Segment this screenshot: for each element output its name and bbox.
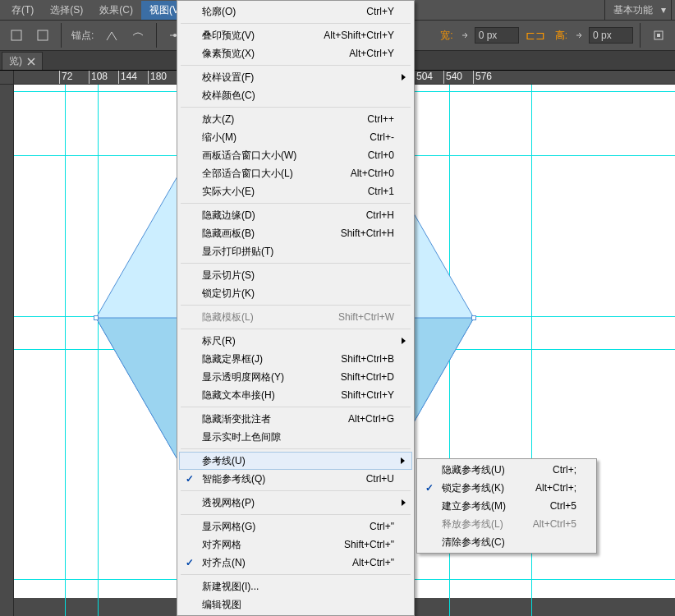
view-menu-item-16[interactable]: 显示打印拼贴(T): [179, 242, 412, 260]
anchor-label: 锚点:: [68, 29, 97, 43]
view-menu-item-0[interactable]: 轮廓(O)Ctrl+Y: [179, 2, 412, 21]
height-input[interactable]: [589, 27, 633, 44]
guides-submenu-item-2[interactable]: 建立参考线(M)Ctrl+5: [419, 497, 595, 515]
check-icon: ✓: [186, 557, 194, 568]
menu-item-label: 隐藏画板(B): [202, 227, 321, 241]
view-menu-item-12[interactable]: 实际大小(E)Ctrl+1: [179, 182, 412, 200]
menu-item-label: 像素预览(X): [202, 47, 329, 61]
menu-item-label: 隐藏模板(L): [202, 310, 319, 324]
document-tab[interactable]: 览): [2, 52, 43, 70]
menu-item-label: 新建视图(I)...: [202, 580, 394, 594]
view-menu-item-41[interactable]: 编辑视图: [179, 595, 412, 614]
view-menu-item-18[interactable]: 显示切片(S): [179, 266, 412, 284]
guides-submenu-item-1[interactable]: ✓锁定参考线(K)Alt+Ctrl+;: [419, 479, 595, 497]
menu-item-shortcut: Alt+Shift+Ctrl+Y: [324, 30, 394, 41]
tool-icon-1[interactable]: [5, 25, 28, 46]
menu-item-shortcut: Shift+Ctrl+Y: [341, 389, 394, 401]
svg-rect-5: [657, 34, 660, 37]
isolate-icon[interactable]: [647, 25, 670, 46]
menu-item-shortcut: Alt+Ctrl+;: [535, 482, 576, 494]
menu-item-label: 隐藏边缘(D): [202, 209, 347, 223]
ruler-corner[interactable]: [0, 71, 14, 85]
svg-rect-0: [11, 30, 21, 40]
view-menu-item-10[interactable]: 画板适合窗口大小(W)Ctrl+0: [179, 146, 412, 164]
view-menu-separator: [181, 107, 411, 108]
guides-submenu-item-4[interactable]: 清除参考线(C): [419, 533, 595, 551]
menu-item-label: 校样设置(F): [202, 71, 394, 85]
menu-file[interactable]: 存(T): [3, 1, 42, 20]
view-menu-item-36[interactable]: 显示网格(G)Ctrl+": [179, 517, 412, 536]
view-menu: 轮廓(O)Ctrl+Y叠印预览(V)Alt+Shift+Ctrl+Y像素预览(X…: [177, 0, 415, 616]
view-menu-separator: [181, 23, 411, 24]
dropdown-icon[interactable]: ▾: [661, 4, 666, 16]
anchor-point[interactable]: [94, 315, 99, 320]
anchor-point[interactable]: [471, 315, 476, 320]
view-menu-item-29[interactable]: 显示实时上色间隙: [179, 428, 412, 446]
height-label: 高:: [552, 29, 571, 43]
view-menu-item-9[interactable]: 缩小(M)Ctrl+-: [179, 128, 412, 146]
link-dimensions-icon[interactable]: ⊏⊐: [522, 29, 549, 42]
ruler-tick: 72: [59, 71, 72, 85]
menu-item-shortcut: Ctrl+H: [366, 209, 394, 221]
submenu-arrow-icon: [402, 74, 406, 80]
check-icon: ✓: [425, 482, 434, 494]
view-menu-separator: [181, 329, 411, 329]
check-icon: ✓: [186, 473, 194, 485]
view-menu-item-26[interactable]: 隐藏文本串接(H)Shift+Ctrl+Y: [179, 386, 412, 404]
view-menu-item-19[interactable]: 锁定切片(K): [179, 284, 412, 302]
close-icon[interactable]: [27, 57, 35, 66]
view-menu-item-5[interactable]: 校样设置(F): [179, 68, 412, 86]
view-menu-item-38[interactable]: ✓对齐点(N)Alt+Ctrl+": [179, 554, 412, 572]
link-arrow-icon[interactable]: [460, 25, 471, 46]
view-menu-separator: [181, 203, 411, 204]
menu-item-shortcut: Alt+Ctrl+": [352, 557, 394, 568]
width-input[interactable]: [475, 27, 519, 44]
link-arrow-icon-2[interactable]: [574, 25, 585, 46]
menu-item-label: 校样颜色(C): [202, 89, 394, 103]
view-menu-item-2[interactable]: 叠印预览(V)Alt+Shift+Ctrl+Y: [179, 26, 412, 44]
menu-select[interactable]: 选择(S): [42, 1, 91, 20]
menu-item-shortcut: Ctrl+0: [368, 149, 394, 161]
view-menu-item-11[interactable]: 全部适合窗口大小(L)Alt+Ctrl+0: [179, 164, 412, 182]
convert-anchor-icon[interactable]: [100, 25, 123, 46]
view-menu-item-34[interactable]: 透视网格(P): [179, 494, 412, 512]
view-menu-item-3[interactable]: 像素预览(X)Alt+Ctrl+Y: [179, 44, 412, 62]
ruler-vertical[interactable]: [0, 85, 14, 616]
menu-item-label: 智能参考线(Q): [202, 472, 347, 486]
menu-item-label: 显示透明度网格(Y): [202, 370, 321, 384]
view-menu-item-25[interactable]: 显示透明度网格(Y)Shift+Ctrl+D: [179, 368, 412, 386]
menu-item-shortcut: Alt+Ctrl+5: [533, 518, 576, 530]
ruler-tick: 180: [148, 71, 167, 85]
view-menu-item-40[interactable]: 新建视图(I)...: [179, 577, 412, 595]
view-menu-item-23[interactable]: 标尺(R): [179, 332, 412, 350]
view-menu-item-37[interactable]: 对齐网格Shift+Ctrl+": [179, 536, 412, 554]
menu-effect[interactable]: 效果(C): [91, 1, 141, 20]
guides-submenu-item-0[interactable]: 隐藏参考线(U)Ctrl+;: [419, 461, 595, 479]
view-menu-item-31[interactable]: 参考线(U): [179, 452, 412, 470]
menu-item-label: 显示打印拼贴(T): [202, 245, 394, 259]
menu-item-shortcut: Ctrl+1: [368, 186, 394, 197]
menu-item-shortcut: Ctrl+": [370, 521, 394, 532]
view-menu-separator: [181, 448, 411, 449]
view-menu-item-28[interactable]: 隐藏渐变批注者Alt+Ctrl+G: [179, 410, 412, 428]
menu-item-label: 对齐点(N): [202, 556, 333, 570]
convert-anchor-icon-2[interactable]: [126, 25, 149, 46]
menu-item-label: 标尺(R): [202, 334, 394, 348]
view-menu-item-6[interactable]: 校样颜色(C): [179, 86, 412, 104]
menu-item-shortcut: Shift+Ctrl+W: [338, 311, 394, 323]
menu-item-label: 隐藏参考线(U): [442, 463, 533, 477]
view-menu-item-15[interactable]: 隐藏画板(B)Shift+Ctrl+H: [179, 224, 412, 242]
view-menu-item-24[interactable]: 隐藏定界框(J)Shift+Ctrl+B: [179, 350, 412, 368]
menu-item-label: 锁定参考线(K): [442, 481, 516, 495]
menu-item-label: 实际大小(E): [202, 185, 348, 199]
view-menu-item-14[interactable]: 隐藏边缘(D)Ctrl+H: [179, 206, 412, 224]
menu-item-shortcut: Ctrl+Y: [366, 6, 394, 17]
workspace-label[interactable]: 基本功能: [605, 1, 661, 20]
view-menu-item-8[interactable]: 放大(Z)Ctrl++: [179, 110, 412, 128]
menu-item-label: 显示网格(G): [202, 520, 350, 534]
view-menu-item-32[interactable]: ✓智能参考线(Q)Ctrl+U: [179, 470, 412, 488]
menu-item-label: 隐藏定界框(J): [202, 352, 321, 366]
guides-submenu-item-3: 释放参考线(L)Alt+Ctrl+5: [419, 515, 595, 533]
menu-item-label: 锁定切片(K): [202, 287, 394, 301]
tool-icon-2[interactable]: [31, 25, 54, 46]
